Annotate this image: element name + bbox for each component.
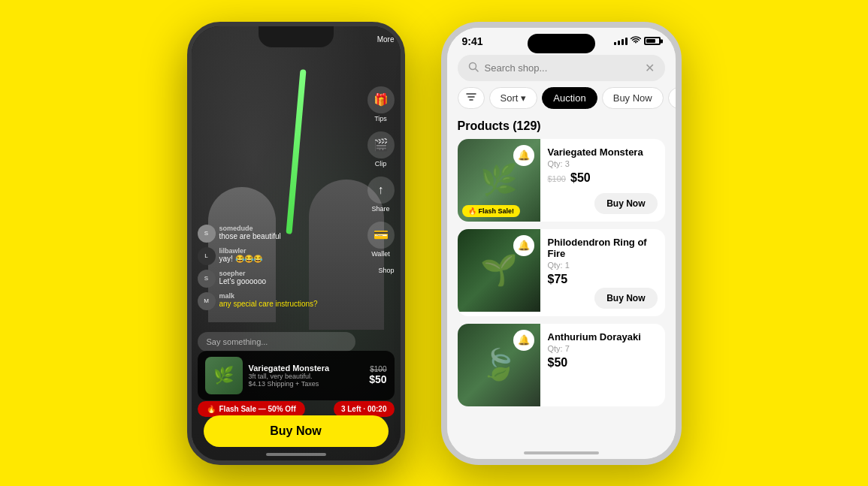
signal-icon — [614, 38, 628, 45]
buy-now-filter-button[interactable]: Buy Now — [602, 87, 664, 109]
product-name-1: Variegated Monstera — [548, 146, 658, 158]
right-phone-screen: 9:41 — [447, 28, 676, 459]
left-phone-screen: More 🎁 Tips 🎬 Clip ↑ Share 💳 Wallet — [192, 26, 401, 460]
product-prices-3: $50 — [548, 356, 658, 370]
flash-sale-label: 🔥 Flash Sale — 50% Off — [198, 401, 305, 417]
chat-message-2: L lilbawler yay! 😂😂😂 — [198, 247, 355, 265]
dynamic-island — [528, 34, 595, 53]
flash-icon: 🔥 — [207, 405, 216, 413]
wifi-icon — [631, 36, 641, 47]
product-bar-info: Variegated Monstera 3ft tall, very beaut… — [249, 364, 364, 388]
chat-area: S somedude those are beautiful L lilbawl… — [198, 225, 355, 310]
chat-message-1: S somedude those are beautiful — [198, 225, 355, 243]
filter-button[interactable] — [458, 87, 485, 109]
chat-avatar-2: L — [198, 247, 216, 265]
search-bar[interactable]: ✕ — [458, 55, 665, 81]
buy-now-button-1[interactable]: Buy Now — [594, 193, 657, 214]
green-stick — [286, 69, 306, 234]
sold-button[interactable]: Sold — [668, 87, 676, 109]
product-bar[interactable]: 🌿 Variegated Monstera 3ft tall, very bea… — [198, 351, 395, 400]
status-icons — [614, 36, 661, 47]
chat-message-3: S soepher Let's goooooo — [198, 270, 355, 288]
share-button[interactable]: ↑ Share — [367, 177, 395, 213]
product-card-1[interactable]: 🌿 🔔 🔥 Flash Sale! Variegated Monstera Qt… — [458, 139, 665, 222]
bell-icon-2[interactable]: 🔔 — [513, 235, 534, 256]
product-name-3: Anthurium Dorayaki — [548, 331, 658, 343]
product-prices-2: $75 — [548, 273, 658, 286]
price-new-1: $50 — [570, 171, 591, 185]
home-indicator-left — [266, 453, 326, 456]
product-qty-1: Qty: 3 — [548, 159, 658, 168]
product-qty-3: Qty: 7 — [548, 344, 658, 353]
wallet-button[interactable]: 💳 Wallet — [367, 222, 395, 258]
say-something-input[interactable]: Say something... — [198, 332, 355, 352]
product-image-2: 🌱 🔔 — [458, 229, 540, 312]
left-phone: More 🎁 Tips 🎬 Clip ↑ Share 💳 Wallet — [187, 22, 405, 465]
filter-tabs: Sort ▾ Auction Buy Now Sold — [447, 81, 676, 115]
product-qty-2: Qty: 1 — [548, 261, 658, 270]
flash-sale-badge-1: 🔥 Flash Sale! — [462, 205, 521, 217]
shop-thumbnail-container[interactable]: 🌿 56 Shop — [378, 267, 394, 274]
bell-icon-1[interactable]: 🔔 — [513, 145, 534, 166]
battery-icon — [644, 37, 661, 45]
close-icon[interactable]: ✕ — [645, 61, 655, 75]
chevron-down-icon: ▾ — [521, 92, 526, 104]
product-card-3[interactable]: 🍃 🔔 Anthurium Dorayaki Qty: 7 $50 — [458, 324, 665, 406]
tips-button[interactable]: 🎁 Tips — [367, 86, 395, 122]
chat-avatar-4: M — [198, 292, 216, 310]
more-text: More — [377, 35, 395, 44]
search-input[interactable] — [485, 62, 639, 74]
product-bar-prices: $100 $50 — [369, 365, 386, 385]
status-time: 9:41 — [462, 35, 483, 47]
chat-avatar-3: S — [198, 270, 216, 288]
bell-icon-3[interactable]: 🔔 — [513, 330, 534, 351]
product-info-1: Variegated Monstera Qty: 3 $100 $50 Buy … — [548, 139, 658, 222]
search-icon — [468, 62, 479, 74]
right-icons: 🎁 Tips 🎬 Clip ↑ Share 💳 Wallet — [367, 86, 395, 258]
product-card-2[interactable]: 🌱 🔔 Philodendron Ring of Fire Qty: 1 $75… — [458, 229, 665, 316]
flash-bar: 🔥 Flash Sale — 50% Off 3 Left · 00:20 — [198, 401, 395, 417]
price-old-1: $100 — [548, 174, 566, 183]
scene: More 🎁 Tips 🎬 Clip ↑ Share 💳 Wallet — [0, 0, 868, 486]
buy-now-button-2[interactable]: Buy Now — [594, 288, 657, 309]
price-new-2: $75 — [548, 273, 568, 286]
sort-button[interactable]: Sort ▾ — [489, 87, 538, 109]
chat-avatar-1: S — [198, 225, 216, 243]
flash-countdown: 3 Left · 00:20 — [334, 401, 395, 417]
product-image-3: 🍃 🔔 — [458, 324, 540, 406]
chat-message-4: M malk any special care instructions? — [198, 292, 355, 310]
home-indicator-right — [524, 451, 599, 454]
price-new-3: $50 — [548, 356, 568, 370]
product-image-1: 🌿 🔔 🔥 Flash Sale! — [458, 139, 540, 222]
right-phone: 9:41 — [441, 22, 682, 465]
notch-left — [259, 26, 334, 47]
buy-now-button-left[interactable]: Buy Now — [204, 415, 389, 447]
product-info-2: Philodendron Ring of Fire Qty: 1 $75 Buy… — [548, 229, 658, 316]
svg-line-1 — [475, 68, 478, 71]
product-prices-1: $100 $50 — [548, 171, 658, 185]
product-bar-image: 🌿 — [205, 357, 243, 394]
auction-button[interactable]: Auction — [542, 87, 597, 109]
product-info-3: Anthurium Dorayaki Qty: 7 $50 — [548, 324, 658, 406]
product-name-2: Philodendron Ring of Fire — [548, 237, 658, 259]
products-list: 🌿 🔔 🔥 Flash Sale! Variegated Monstera Qt… — [447, 139, 676, 435]
clip-button[interactable]: 🎬 Clip — [367, 131, 395, 168]
flash-fire-icon-1: 🔥 — [468, 207, 476, 215]
products-header: Products (129) — [447, 115, 676, 139]
